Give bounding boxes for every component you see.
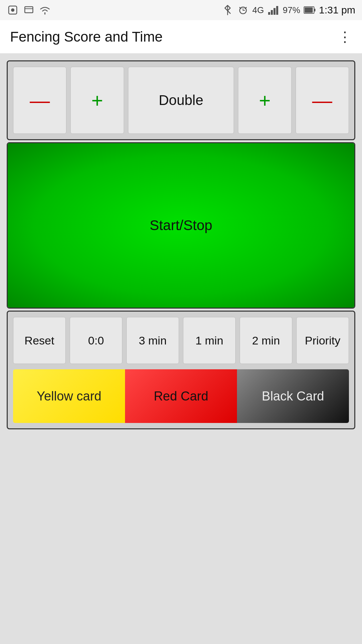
app-header: Fencing Score and Time ⋮: [0, 20, 362, 54]
app-title: Fencing Score and Time: [10, 29, 163, 45]
signal-bars-icon: [267, 4, 280, 16]
app-icon-1: [7, 4, 19, 16]
battery-icon: [304, 4, 316, 16]
svg-rect-8: [271, 10, 273, 15]
left-plus-button[interactable]: +: [70, 67, 124, 134]
battery-percent: 97%: [283, 5, 300, 15]
two-min-button[interactable]: 2 min: [240, 317, 292, 364]
status-time: 1:31 pm: [319, 4, 355, 16]
overflow-menu-icon[interactable]: ⋮: [338, 29, 352, 45]
reset-button[interactable]: Reset: [13, 317, 66, 364]
controls-row: Reset 0:0 3 min 1 min 2 min Priority: [13, 317, 349, 364]
svg-point-1: [11, 8, 14, 12]
status-bar-left: [7, 4, 51, 16]
left-minus-button[interactable]: —: [13, 67, 66, 134]
card-row: Yellow card Red Card Black Card: [13, 369, 349, 423]
network-type: 4G: [252, 5, 264, 15]
start-stop-button[interactable]: Start/Stop: [8, 143, 354, 308]
yellow-card-button[interactable]: Yellow card: [13, 369, 125, 423]
timer-panel: Start/Stop: [7, 142, 355, 309]
svg-rect-10: [276, 6, 278, 15]
svg-rect-13: [314, 9, 315, 11]
svg-rect-2: [25, 7, 33, 13]
double-button[interactable]: Double: [128, 67, 234, 134]
svg-rect-9: [274, 8, 276, 15]
status-bar-right: 4G 97% 1:31 pm: [222, 4, 355, 16]
three-min-button[interactable]: 3 min: [126, 317, 179, 364]
controls-panel: Reset 0:0 3 min 1 min 2 min Priority Yel…: [7, 311, 355, 429]
bluetooth-icon: [222, 4, 234, 16]
black-card-button[interactable]: Black Card: [237, 369, 349, 423]
main-content: — + Double + — Start/Stop Reset 0:0: [0, 54, 362, 540]
priority-button[interactable]: Priority: [296, 317, 349, 364]
right-minus-button[interactable]: —: [296, 67, 349, 134]
wifi-icon: [39, 4, 51, 16]
alarm-icon: [237, 4, 249, 16]
red-card-button[interactable]: Red Card: [125, 369, 237, 423]
app-icon-2: [23, 4, 35, 16]
score-panel: — + Double + —: [7, 60, 355, 140]
one-min-button[interactable]: 1 min: [183, 317, 236, 364]
svg-rect-7: [268, 12, 270, 15]
right-plus-button[interactable]: +: [238, 67, 291, 134]
status-bar: 4G 97% 1:31 pm: [0, 0, 362, 20]
bottom-space: [0, 540, 362, 644]
score-display-button[interactable]: 0:0: [70, 317, 122, 364]
svg-rect-12: [305, 7, 313, 13]
